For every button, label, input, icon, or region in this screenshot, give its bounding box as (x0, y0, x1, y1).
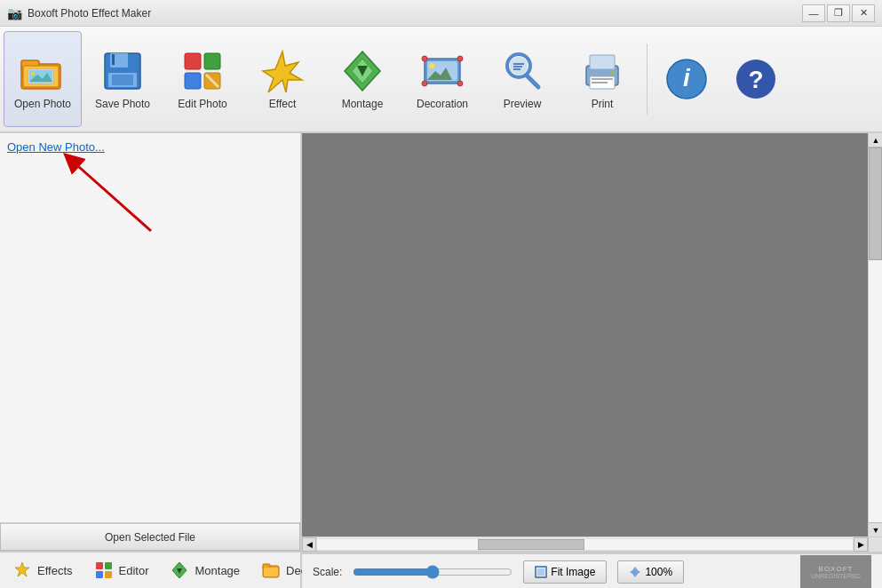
tab-editor[interactable]: Editor (87, 557, 156, 584)
canvas-area: ▲ ▼ ◀ ▶ (302, 133, 882, 551)
svg-rect-14 (185, 73, 201, 89)
close-button[interactable]: ✕ (852, 4, 875, 22)
svg-point-25 (422, 56, 427, 61)
fit-image-icon (535, 566, 547, 578)
toolbar-save-photo[interactable]: Save Photo (83, 31, 162, 127)
svg-marker-17 (263, 52, 302, 92)
svg-rect-13 (204, 53, 220, 69)
toolbar-preview[interactable]: Preview (483, 31, 561, 127)
fit-image-label: Fit Image (551, 566, 595, 578)
svg-rect-58 (537, 568, 544, 576)
watermark: BOXOFT UNREGISTERED (800, 555, 871, 588)
main-layout: Open New Photo... Open Selected File (0, 133, 882, 551)
title-bar: 📷 Boxoft Photo Effect Maker — ❐ ✕ (0, 0, 882, 27)
svg-point-40 (611, 71, 615, 75)
toolbar-info[interactable]: i (653, 31, 720, 127)
toolbar-effect[interactable]: Effect (243, 31, 322, 127)
open-photo-icon (20, 48, 66, 94)
zoom-percent: 100% (645, 566, 672, 578)
v-scroll-track (869, 147, 882, 522)
scrollbar-corner (868, 537, 882, 552)
tab-effects[interactable]: Effects (5, 557, 80, 584)
tab-montage-label: Montage (195, 564, 240, 577)
v-scrollbar[interactable]: ▲ ▼ (868, 133, 882, 536)
print-icon (579, 48, 625, 94)
file-list: Open New Photo... (0, 133, 300, 522)
h-scroll-thumb[interactable] (478, 539, 585, 550)
tab-montage[interactable]: Montage (163, 557, 247, 584)
svg-rect-49 (105, 562, 112, 569)
svg-point-30 (510, 57, 528, 75)
minimize-button[interactable]: — (802, 4, 825, 22)
title-bar-controls[interactable]: — ❐ ✕ (802, 4, 875, 22)
left-panel: Open New Photo... Open Selected File (0, 133, 302, 551)
title-bar-left: 📷 Boxoft Photo Effect Maker (7, 6, 151, 20)
h-scroll-track (316, 538, 854, 551)
svg-rect-12 (185, 53, 201, 69)
preview-label: Preview (504, 98, 542, 110)
svg-rect-11 (112, 75, 133, 85)
montage-down-icon (170, 560, 189, 580)
fit-image-button[interactable]: Fit Image (523, 560, 607, 584)
svg-rect-38 (592, 78, 613, 80)
toolbar-open-photo[interactable]: Open Photo (4, 31, 82, 127)
effect-label: Effect (269, 98, 296, 110)
scale-label: Scale: (313, 566, 342, 578)
svg-line-31 (527, 75, 538, 87)
svg-rect-50 (96, 571, 103, 578)
svg-text:i: i (683, 64, 691, 91)
h-scrollbar[interactable]: ◀ ▶ (302, 536, 882, 551)
watermark-text: BOXOFT (819, 565, 854, 573)
open-selected-button[interactable]: Open Selected File (0, 522, 300, 551)
app-title: Boxoft Photo Effect Maker (28, 7, 151, 20)
toolbar-montage[interactable]: Montage (323, 31, 401, 127)
v-scroll-down[interactable]: ▼ (869, 522, 882, 536)
svg-point-28 (457, 81, 463, 86)
decoration-icon (419, 48, 465, 94)
save-photo-label: Save Photo (95, 98, 150, 110)
svg-rect-39 (592, 82, 608, 83)
bottom-bar: Effects Editor Montage (0, 551, 882, 588)
h-scroll-right[interactable]: ▶ (854, 537, 868, 552)
edit-photo-label: Edit Photo (178, 98, 226, 110)
decoration-folder-icon (261, 560, 281, 580)
info-icon: i (663, 56, 710, 102)
info-buttons: i ? (653, 31, 790, 127)
decoration-label: Decoration (417, 98, 468, 110)
watermark-subtext: UNREGISTERED (811, 573, 861, 579)
restore-button[interactable]: ❐ (827, 4, 850, 22)
v-scroll-up[interactable]: ▲ (869, 133, 882, 147)
open-new-link[interactable]: Open New Photo... (7, 140, 105, 154)
preview-icon (499, 48, 545, 94)
effects-star-icon (12, 560, 32, 580)
toolbar-decoration[interactable]: Decoration (403, 31, 481, 127)
save-photo-icon (99, 48, 146, 94)
montage-label: Montage (342, 98, 384, 110)
print-label: Print (592, 98, 614, 110)
svg-point-24 (429, 63, 434, 68)
svg-rect-51 (105, 571, 112, 578)
toolbar-edit-photo[interactable]: Edit Photo (163, 31, 242, 127)
svg-rect-9 (112, 54, 115, 65)
toolbar-help[interactable]: ? (722, 31, 790, 127)
canvas-with-scrollbar: ▲ ▼ (302, 133, 882, 536)
toolbar-separator (647, 44, 648, 115)
v-scroll-thumb[interactable] (869, 147, 882, 260)
svg-line-46 (71, 160, 151, 231)
svg-point-27 (422, 81, 427, 86)
annotation-arrow (53, 142, 160, 249)
tab-editor-label: Editor (119, 564, 149, 577)
svg-text:?: ? (748, 66, 763, 93)
h-scroll-left[interactable]: ◀ (302, 537, 316, 552)
open-photo-label: Open Photo (14, 98, 71, 110)
toolbar: Open Photo Save Photo (0, 27, 882, 133)
svg-rect-48 (96, 562, 103, 569)
toolbar-print[interactable]: Print (563, 31, 641, 127)
svg-rect-36 (590, 55, 615, 69)
canvas-scroll[interactable] (302, 133, 868, 536)
svg-rect-56 (264, 568, 278, 576)
scale-slider[interactable] (353, 565, 513, 579)
svg-marker-59 (630, 567, 640, 577)
editor-grid-icon (94, 560, 114, 580)
zoom-display[interactable]: 100% (617, 560, 684, 584)
